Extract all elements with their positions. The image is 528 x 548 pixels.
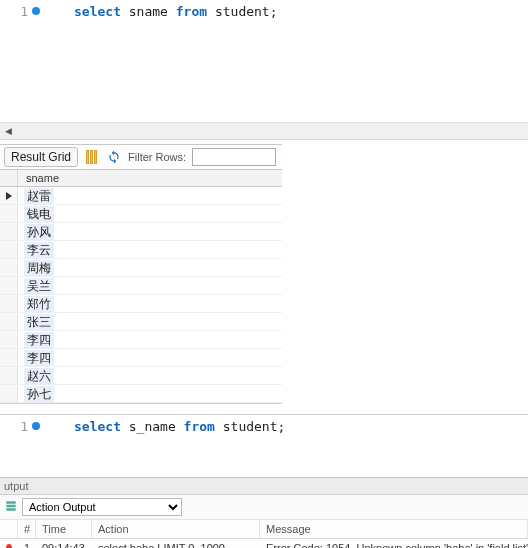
table-row[interactable]: 张三 xyxy=(0,313,282,331)
keyword-select: select xyxy=(74,4,121,19)
table-row[interactable]: 孙风 xyxy=(0,223,282,241)
cell-sname[interactable]: 李云 xyxy=(18,241,60,258)
cell-sname[interactable]: 李四 xyxy=(18,331,60,348)
table-row[interactable]: 郑竹 xyxy=(0,295,282,313)
table-row[interactable]: 赵雷 xyxy=(0,187,282,205)
identifier: student xyxy=(215,4,270,19)
row-selector-header[interactable] xyxy=(0,170,18,186)
semicolon: ; xyxy=(278,419,286,434)
output-cell-time: 09:14:43 xyxy=(36,539,92,548)
table-row[interactable]: 李云 xyxy=(0,241,282,259)
filter-rows-input[interactable] xyxy=(192,148,276,166)
output-toggle-icon[interactable] xyxy=(4,499,18,516)
cell-sname[interactable]: 李四 xyxy=(18,349,60,366)
output-selector-row: Action Output xyxy=(0,495,528,520)
output-panel-title: utput xyxy=(0,478,528,495)
cell-sname[interactable]: 钱电 xyxy=(18,205,60,222)
filter-rows-label: Filter Rows: xyxy=(128,151,186,163)
semicolon: ; xyxy=(270,4,278,19)
cell-sname[interactable]: 张三 xyxy=(18,313,60,330)
output-cell-num: 1 xyxy=(18,539,36,548)
result-grid-button[interactable]: Result Grid xyxy=(4,147,78,167)
cell-sname[interactable]: 孙风 xyxy=(18,223,60,240)
row-selector[interactable] xyxy=(0,205,18,222)
identifier: s_name xyxy=(129,419,176,434)
breakpoint-dot-icon[interactable] xyxy=(32,422,40,430)
result-toolbar: Result Grid Filter Rows: xyxy=(0,144,282,170)
row-selector[interactable] xyxy=(0,367,18,384)
row-selector[interactable] xyxy=(0,241,18,258)
row-selector[interactable] xyxy=(0,385,18,402)
table-row[interactable]: 李四 xyxy=(0,349,282,367)
keyword-from: from xyxy=(176,4,207,19)
row-selector[interactable] xyxy=(0,223,18,240)
output-header-time[interactable]: Time xyxy=(36,520,92,538)
refresh-icon[interactable] xyxy=(106,149,122,165)
sql-editor-2[interactable]: 1 select s_name from student ; xyxy=(0,415,528,437)
table-row[interactable]: 周梅 xyxy=(0,259,282,277)
output-header-action[interactable]: Action xyxy=(92,520,260,538)
row-selector[interactable] xyxy=(0,259,18,276)
row-selector[interactable] xyxy=(0,277,18,294)
row-selector[interactable] xyxy=(0,313,18,330)
scroll-left-icon[interactable]: ◀ xyxy=(0,126,16,136)
output-type-select[interactable]: Action Output xyxy=(22,498,182,516)
breakpoint-dot-icon[interactable] xyxy=(32,7,40,15)
error-status-icon xyxy=(0,539,18,548)
identifier: student xyxy=(223,419,278,434)
line-number: 1 xyxy=(12,419,28,434)
keyword-select: select xyxy=(74,419,121,434)
table-row[interactable]: 李四 xyxy=(0,331,282,349)
result-grid: sname 赵雷 钱电 孙风 李云 周梅 吴兰 郑竹 张三 李四 李四 赵六 孙… xyxy=(0,170,282,404)
column-header-sname[interactable]: sname xyxy=(18,170,67,186)
output-header-message[interactable]: Message xyxy=(260,520,528,538)
row-selector[interactable] xyxy=(0,349,18,366)
cell-sname[interactable]: 赵雷 xyxy=(18,187,60,204)
row-selector-icon[interactable] xyxy=(0,187,18,204)
cell-sname[interactable]: 赵六 xyxy=(18,367,60,384)
cell-sname[interactable]: 孙七 xyxy=(18,385,60,402)
output-cell-message: Error Code: 1054. Unknown column 'haha' … xyxy=(260,539,528,548)
identifier: sname xyxy=(129,4,168,19)
output-cell-action: select haha LIMIT 0, 1000 xyxy=(92,539,260,548)
row-selector[interactable] xyxy=(0,295,18,312)
columns-icon[interactable] xyxy=(84,149,100,165)
grid-header-row: sname xyxy=(0,170,282,187)
grid-body: 赵雷 钱电 孙风 李云 周梅 吴兰 郑竹 张三 李四 李四 赵六 孙七 xyxy=(0,187,282,403)
output-header-row: # Time Action Message xyxy=(0,520,528,539)
output-header-num[interactable]: # xyxy=(18,520,36,538)
sql-editor-1[interactable]: 1 select sname from student ; xyxy=(0,0,528,22)
editor-blank-area[interactable] xyxy=(0,22,528,122)
cell-sname[interactable]: 郑竹 xyxy=(18,295,60,312)
keyword-from: from xyxy=(184,419,215,434)
output-panel: utput Action Output # Time Action Messag… xyxy=(0,477,528,548)
editor-blank-area[interactable] xyxy=(0,437,528,477)
output-header-status[interactable] xyxy=(0,520,18,538)
table-row[interactable]: 赵六 xyxy=(0,367,282,385)
line-number: 1 xyxy=(12,4,28,19)
horizontal-scrollbar[interactable]: ◀ xyxy=(0,122,528,140)
cell-sname[interactable]: 吴兰 xyxy=(18,277,60,294)
output-row[interactable]: 1 09:14:43 select haha LIMIT 0, 1000 Err… xyxy=(0,539,528,548)
table-row[interactable]: 钱电 xyxy=(0,205,282,223)
row-selector[interactable] xyxy=(0,331,18,348)
table-row[interactable]: 孙七 xyxy=(0,385,282,403)
table-row[interactable]: 吴兰 xyxy=(0,277,282,295)
cell-sname[interactable]: 周梅 xyxy=(18,259,60,276)
